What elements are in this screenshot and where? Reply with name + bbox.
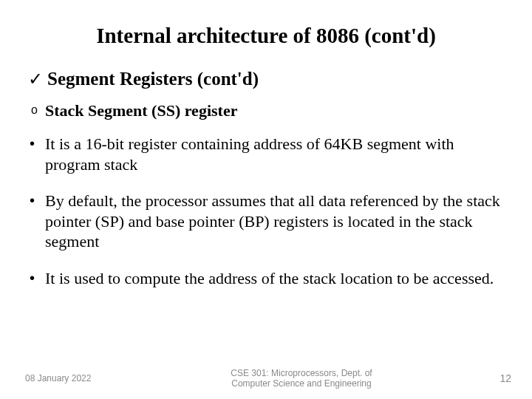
bullet-text: It is a 16-bit register containing addre…	[45, 134, 504, 174]
list-item: • By default, the processor assumes that…	[30, 191, 504, 252]
footer-course-line1: CSE 301: Microprocessors, Dept. of	[136, 368, 467, 378]
circle-bullet-icon: o	[31, 104, 38, 116]
subheading-text: Segment Registers (cont'd)	[47, 69, 259, 89]
footer-page-number: 12	[467, 372, 511, 384]
bullet-icon: •	[30, 136, 35, 151]
list-item: • It is a 16-bit register containing add…	[30, 134, 504, 174]
bullet-icon: •	[30, 270, 35, 285]
bullet-icon: •	[30, 193, 35, 208]
bullet-text: It is used to compute the address of the…	[45, 268, 494, 289]
subsubheading-text: Stack Segment (SS) register	[45, 101, 238, 120]
footer-course-line2: Computer Science and Engineering	[136, 378, 467, 389]
slide: Internal architecture of 8086 (cont'd) ✓…	[0, 0, 532, 399]
checkmark-icon: ✓	[28, 70, 43, 88]
slide-title: Internal architecture of 8086 (cont'd)	[28, 24, 504, 48]
footer-center: CSE 301: Microprocessors, Dept. of Compu…	[136, 368, 467, 389]
footer: 08 January 2022 CSE 301: Microprocessors…	[0, 368, 532, 389]
list-item: • It is used to compute the address of t…	[30, 268, 504, 289]
subheading-row: ✓ Segment Registers (cont'd)	[28, 69, 504, 89]
bullet-text: By default, the processor assumes that a…	[45, 191, 504, 252]
bullet-list: • It is a 16-bit register containing add…	[30, 134, 504, 288]
subsubheading-row: o Stack Segment (SS) register	[31, 101, 504, 120]
footer-date: 08 January 2022	[25, 373, 136, 383]
